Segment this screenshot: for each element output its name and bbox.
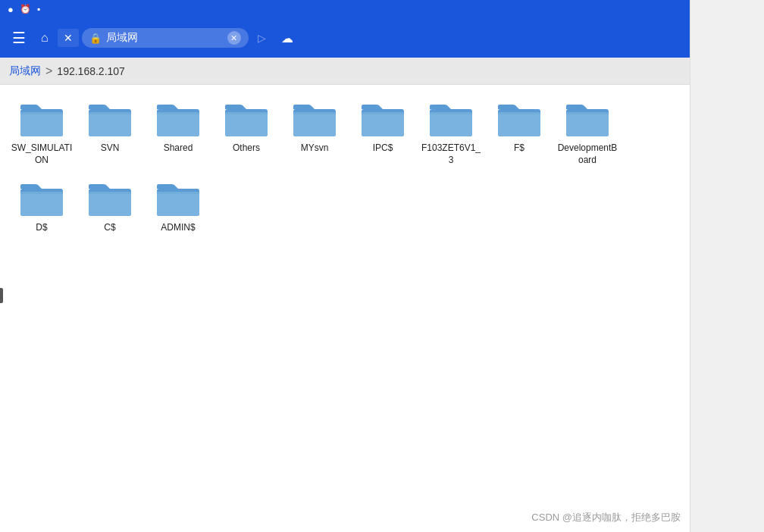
svg-rect-35 bbox=[157, 192, 199, 194]
folder-icon bbox=[87, 99, 133, 139]
folder-item[interactable]: F103ZET6V1_3 bbox=[417, 92, 485, 172]
svg-rect-14 bbox=[293, 112, 336, 114]
folder-label: DevelopmentBoard bbox=[556, 142, 618, 166]
folder-label: D$ bbox=[36, 222, 47, 234]
svg-rect-29 bbox=[20, 192, 63, 194]
notification-dot: ● bbox=[8, 4, 14, 15]
folder-item[interactable]: DevelopmentBoard bbox=[553, 92, 622, 172]
menu-button[interactable]: ☰ bbox=[6, 23, 32, 53]
folder-label: MYsvn bbox=[301, 142, 329, 155]
close-tab-button[interactable]: ✕ bbox=[58, 29, 79, 47]
folder-item[interactable]: Others bbox=[212, 92, 280, 172]
svg-rect-23 bbox=[498, 112, 540, 114]
folder-item[interactable]: ADMIN$ bbox=[144, 172, 212, 240]
folder-item[interactable]: C$ bbox=[76, 172, 144, 240]
breadcrumb-current: 192.168.2.107 bbox=[57, 65, 125, 77]
folder-icon bbox=[565, 99, 610, 139]
svg-rect-11 bbox=[225, 112, 268, 114]
folder-icon bbox=[155, 178, 201, 219]
folder-icon bbox=[496, 99, 542, 139]
folder-item[interactable]: D$ bbox=[8, 172, 76, 240]
folder-icon bbox=[224, 99, 269, 139]
battery-charging-icon: ▪ bbox=[37, 4, 40, 14]
svg-rect-13 bbox=[293, 112, 336, 136]
folder-label: Shared bbox=[164, 142, 193, 155]
breadcrumb: 局域网 > 192.168.2.107 bbox=[0, 58, 690, 85]
folder-icon bbox=[155, 99, 201, 139]
breadcrumb-separator: > bbox=[45, 64, 52, 78]
svg-rect-7 bbox=[157, 112, 199, 136]
svg-rect-2 bbox=[20, 112, 63, 114]
folder-item[interactable]: Shared bbox=[144, 92, 212, 172]
file-grid: SW_SIMULATION SVN bbox=[0, 85, 690, 509]
status-bar-left: ● ⏰ ▪ bbox=[8, 4, 40, 15]
breadcrumb-root[interactable]: 局域网 bbox=[9, 64, 41, 78]
folder-label: F$ bbox=[514, 142, 524, 155]
folder-item[interactable]: MYsvn bbox=[280, 92, 349, 172]
folder-label: C$ bbox=[104, 222, 115, 234]
folder-label: Others bbox=[233, 142, 260, 155]
folder-icon bbox=[19, 178, 64, 219]
folder-icon bbox=[87, 178, 133, 219]
svg-rect-25 bbox=[566, 112, 609, 136]
folder-label: ADMIN$ bbox=[161, 222, 195, 234]
folder-icon bbox=[360, 99, 405, 139]
folder-label: SW_SIMULATION bbox=[11, 142, 73, 166]
cloud-button[interactable]: ☁ bbox=[275, 25, 299, 52]
lock-icon: 🔒 bbox=[89, 33, 102, 44]
address-text: 局域网 bbox=[106, 31, 223, 45]
folder-item[interactable]: SW_SIMULATION bbox=[8, 92, 76, 172]
watermark: CSDN @追逐内咖肽，拒绝多巴胺 bbox=[531, 511, 681, 524]
svg-rect-22 bbox=[498, 112, 540, 136]
folder-label: IPC$ bbox=[373, 142, 393, 155]
forward-button[interactable]: ▷ bbox=[252, 26, 272, 50]
folder-item[interactable]: F$ bbox=[485, 92, 553, 172]
svg-rect-34 bbox=[157, 192, 199, 216]
home-button[interactable]: ⌂ bbox=[35, 25, 55, 51]
svg-rect-32 bbox=[89, 192, 131, 194]
address-bar-close-button[interactable]: ✕ bbox=[227, 31, 241, 45]
alarm-icon: ⏰ bbox=[20, 4, 31, 14]
address-bar[interactable]: 🔒 局域网 ✕ bbox=[82, 28, 249, 48]
left-indicator bbox=[0, 288, 3, 303]
svg-rect-28 bbox=[20, 192, 63, 216]
svg-rect-5 bbox=[89, 112, 131, 114]
folder-label: SVN bbox=[101, 142, 120, 155]
svg-rect-10 bbox=[225, 112, 268, 136]
folder-icon bbox=[19, 99, 64, 139]
svg-rect-8 bbox=[157, 112, 199, 114]
svg-rect-31 bbox=[89, 192, 131, 216]
toolbar: ☰ ⌂ ✕ 🔒 局域网 ✕ ▷ ☁ 🔍 ⋮ bbox=[0, 18, 764, 58]
folder-label: F103ZET6V1_3 bbox=[420, 142, 482, 166]
status-bar: ● ⏰ ▪ ▲ 🔋 11:22 bbox=[0, 0, 764, 18]
folder-icon bbox=[428, 99, 474, 139]
folder-item[interactable]: SVN bbox=[76, 92, 144, 172]
svg-rect-1 bbox=[20, 112, 63, 136]
svg-rect-19 bbox=[430, 112, 472, 136]
right-panel bbox=[690, 0, 764, 532]
folder-icon bbox=[292, 99, 337, 139]
folder-item[interactable]: IPC$ bbox=[349, 92, 417, 172]
svg-rect-17 bbox=[362, 112, 404, 114]
svg-rect-16 bbox=[362, 112, 404, 136]
svg-rect-20 bbox=[430, 112, 472, 114]
svg-rect-26 bbox=[566, 112, 609, 114]
svg-rect-4 bbox=[89, 112, 131, 136]
